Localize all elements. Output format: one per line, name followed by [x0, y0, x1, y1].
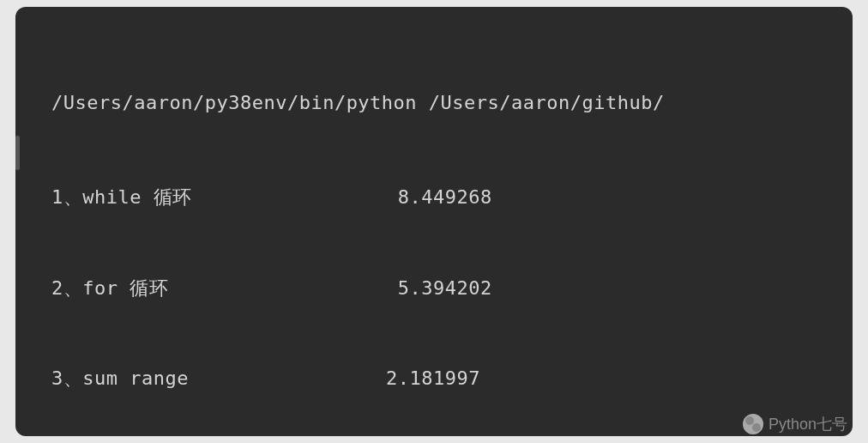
output-row: 2、for 循环 5.394202	[51, 273, 853, 303]
terminal-content: /Users/aaron/py38env/bin/python /Users/a…	[15, 27, 853, 436]
watermark-text: Python七号	[769, 414, 847, 434]
output-value: 2.181997	[386, 363, 480, 393]
output-row: 3、sum range 2.181997	[51, 363, 853, 393]
watermark: Python七号	[743, 414, 847, 434]
output-value: 8.449268	[386, 182, 492, 212]
output-label: 1、while 循环	[51, 182, 386, 212]
output-row: 1、while 循环 8.449268	[51, 182, 853, 212]
terminal-window: /Users/aaron/py38env/bin/python /Users/a…	[15, 7, 853, 436]
output-label: 3、sum range	[51, 363, 386, 393]
scrollbar[interactable]	[15, 136, 20, 170]
wechat-icon	[743, 414, 763, 434]
output-label: 2、for 循环	[51, 273, 386, 303]
command-line: /Users/aaron/py38env/bin/python /Users/a…	[51, 88, 853, 118]
output-value: 5.394202	[386, 273, 492, 303]
